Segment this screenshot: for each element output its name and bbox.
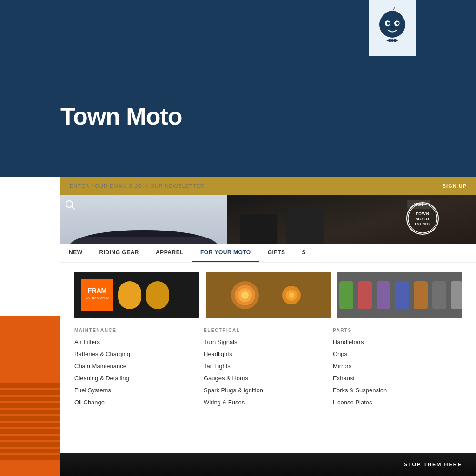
svg-rect-46 (451, 281, 462, 309)
link-chain-maintenance[interactable]: Chain Maintenance (74, 363, 194, 370)
svg-line-15 (72, 207, 75, 210)
svg-rect-31 (206, 272, 331, 318)
newsletter-signup-button[interactable]: SIGN UP (443, 183, 467, 189)
town-moto-badge: TOWN MOTO EST 2012 (406, 202, 439, 235)
link-batteries-charging[interactable]: Batteries & Charging (74, 350, 194, 357)
bottom-strip: STOP THEM HERE (60, 453, 476, 476)
svg-text:TOWN: TOWN (416, 212, 430, 216)
search-button[interactable] (65, 200, 75, 212)
svg-rect-26 (81, 279, 113, 311)
link-license-plates[interactable]: License Plates (333, 399, 453, 406)
parts-category-image[interactable] (337, 272, 462, 318)
svg-text:MOTO: MOTO (416, 217, 429, 221)
svg-text:EXTRA GUARD: EXTRA GUARD (86, 296, 109, 299)
electrical-category-image[interactable] (206, 272, 331, 318)
link-mirrors[interactable]: Mirrors (333, 363, 453, 370)
website-frame: SIGN UP (60, 177, 476, 476)
link-wiring-fuses[interactable]: Wiring & Fuses (204, 399, 324, 406)
svg-rect-30 (146, 281, 169, 309)
link-tail-lights[interactable]: Tail Lights (204, 363, 324, 370)
newsletter-bar: SIGN UP (60, 177, 476, 195)
nav-item-more[interactable]: S (294, 244, 315, 262)
svg-point-35 (241, 291, 249, 299)
maintenance-category-image[interactable]: FRAM EXTRA GUARD (74, 272, 199, 318)
nav-item-gifts[interactable]: GIFTS (259, 244, 294, 262)
hero-area: DOT TOWN MOTO EST 2012 NEW RIDING GEAR A… (60, 195, 476, 263)
svg-rect-44 (414, 281, 428, 309)
svg-rect-29 (118, 281, 141, 309)
logo-box[interactable] (369, 0, 416, 56)
orange-accent-strip (0, 316, 60, 476)
svg-point-38 (289, 292, 294, 298)
link-gauges-horns[interactable]: Gauges & Horns (204, 375, 324, 382)
nav-item-for-your-moto[interactable]: FOR YOUR MOTO (192, 244, 259, 262)
link-cleaning-detailing[interactable]: Cleaning & Detailing (74, 375, 194, 382)
site-title: Town Moto (60, 102, 182, 130)
link-air-filters[interactable]: Air Filters (74, 338, 194, 345)
category-images-row: FRAM EXTRA GUARD (74, 272, 462, 318)
link-exhaust[interactable]: Exhaust (333, 375, 453, 382)
electrical-label: ELECTRICAL (204, 328, 324, 333)
link-spark-plugs-ignition[interactable]: Spark Plugs & Ignition (204, 387, 324, 394)
parts-column: PARTS Handlebars Grips Mirrors Exhaust F… (333, 328, 462, 411)
nav-item-apparel[interactable]: APPAREL (147, 244, 192, 262)
svg-rect-40 (339, 281, 353, 309)
svg-text:EST 2012: EST 2012 (415, 222, 430, 225)
svg-point-9 (391, 39, 394, 42)
nav-item-riding-gear[interactable]: RIDING GEAR (91, 244, 148, 262)
stop-them-text: STOP THEM HERE (404, 462, 462, 467)
link-headlights[interactable]: Headlights (204, 350, 324, 357)
svg-point-3 (387, 22, 390, 25)
stripe-pattern (0, 383, 60, 476)
svg-rect-41 (358, 281, 372, 309)
navigation-bar: NEW RIDING GEAR APPAREL FOR YOUR MOTO GI… (60, 244, 476, 263)
logo-icon (376, 7, 409, 49)
nav-item-new[interactable]: NEW (60, 244, 91, 262)
svg-point-4 (396, 22, 399, 25)
maintenance-label: MAINTENANCE (74, 328, 194, 333)
electrical-column: ELECTRICAL Turn Signals Headlights Tail … (204, 328, 333, 411)
newsletter-email-input[interactable] (70, 181, 433, 191)
svg-rect-43 (395, 281, 409, 309)
parts-label: PARTS (333, 328, 453, 333)
link-handlebars[interactable]: Handlebars (333, 338, 453, 345)
mega-menu: FRAM EXTRA GUARD (60, 263, 476, 425)
svg-text:FRAM: FRAM (88, 287, 106, 294)
category-columns: MAINTENANCE Air Filters Batteries & Char… (74, 328, 462, 411)
svg-rect-45 (432, 281, 446, 309)
link-grips[interactable]: Grips (333, 350, 453, 357)
link-fuel-systems[interactable]: Fuel Systems (74, 387, 194, 394)
link-oil-change[interactable]: Oil Change (74, 399, 194, 406)
svg-point-8 (391, 26, 394, 28)
svg-rect-42 (377, 281, 390, 309)
link-forks-suspension[interactable]: Forks & Suspension (333, 387, 453, 394)
link-turn-signals[interactable]: Turn Signals (204, 338, 324, 345)
maintenance-column: MAINTENANCE Air Filters Batteries & Char… (74, 328, 204, 411)
